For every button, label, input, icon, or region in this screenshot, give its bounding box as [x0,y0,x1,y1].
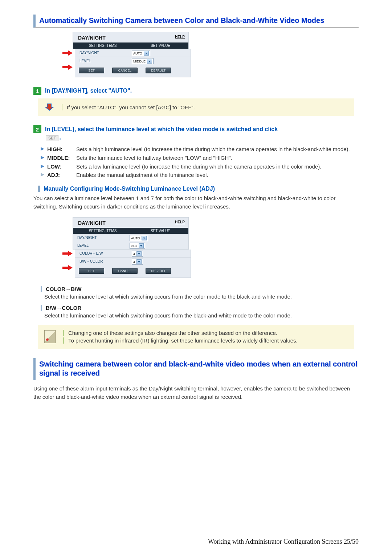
column-setting-items: SETTING ITEMS [73,228,132,234]
cancel-button[interactable]: CANCEL [112,268,138,274]
help-link[interactable]: HELP [175,35,185,41]
default-button[interactable]: DEFAULT [146,68,171,73]
column-set-value: SET VALUE [132,228,188,234]
svg-marker-5 [41,156,44,159]
step-2-text: In [LEVEL], select the luminance level a… [45,125,278,142]
setting-row-label: LEVEL [75,59,132,63]
arrow-icon [62,65,73,70]
document-page: Automatically Switching Camera between C… [0,0,392,555]
def-label: ADJ: [47,171,73,179]
section-title-external-switch: Switching camera between color and black… [33,358,359,380]
svg-marker-4 [41,147,44,151]
bullet-arrow-icon [41,156,44,159]
select-bw-color[interactable]: 4 [132,259,143,265]
setting-row-label: B/W→COLOR [75,259,132,263]
def-value: Sets the luminance level to halfway betw… [76,154,359,162]
bullet-arrow-icon [41,147,44,151]
setting-row-label: DAY/NIGHT [73,236,130,240]
column-set-value: SET VALUE [132,42,188,49]
info-arrow-icon [44,102,54,112]
subheading-adj: Manually Configuring Mode-Switching Lumi… [38,186,359,192]
level-definitions: HIGH: Sets a high luminance level (to in… [41,145,359,179]
svg-marker-7 [41,173,44,177]
page-footer: Working with Administrator Configuration… [208,538,359,546]
arrow-icon [62,50,73,56]
chevron-down-icon [142,236,147,240]
column-setting-items: SETTING ITEMS [73,42,132,49]
chevron-down-icon [139,243,144,248]
def-value: Sets a high luminance level (to increase… [76,145,359,153]
screenshot-daynight-2: DAY/NIGHT HELP SETTING ITEMS SET VALUE D… [60,217,359,278]
bw-color-text: Select the luminance level at which swit… [44,312,351,320]
section-title-auto-switching: Automatically Switching Camera between C… [33,15,359,28]
step-badge-1: 1 [33,87,41,95]
setting-row-label: COLOR→B/W [75,251,132,255]
panel-title: DAY/NIGHT [78,220,106,226]
select-daynight[interactable]: AUTO [132,50,150,56]
adj-description: You can select a luminance level between… [33,194,359,211]
def-label: LOW: [47,163,73,171]
note-box: Changing one of these settings also chan… [38,325,354,349]
note-text: Changing one of these settings also chan… [63,330,348,336]
chevron-down-icon [136,251,142,256]
select-daynight[interactable]: AUTO [130,235,148,241]
bullet-arrow-icon [41,173,44,177]
set-button-inline: SET [46,135,58,141]
setting-row-label: DAY/NIGHT [75,51,132,55]
setting-row-label: LEVEL [73,243,130,247]
pencil-note-icon [44,330,56,343]
select-level[interactable]: MIDDLE [132,58,154,64]
default-button[interactable]: DEFAULT [146,268,171,274]
svg-marker-0 [62,50,73,56]
subheading-bw-color: B/W→COLOR [41,305,359,311]
bullet-arrow-icon [41,165,44,168]
select-level[interactable]: ADJ [130,243,145,249]
set-button[interactable]: SET [79,268,104,274]
note-text: To prevent hunting in infrared (IR) ligh… [63,337,348,344]
def-label: MIDDLE: [47,154,73,162]
svg-marker-1 [62,65,73,70]
def-value: Sets a low luminance level (to increase … [76,163,359,171]
note-box: If you select "AUTO", you cannot set [AG… [38,98,354,116]
color-bw-text: Select the luminance level at which swit… [44,293,351,301]
arrow-icon [62,251,73,256]
select-color-bw[interactable]: 4 [132,251,143,257]
svg-marker-9 [62,265,73,270]
chevron-down-icon [147,59,152,64]
external-switch-body: Using one of these alarm input terminals… [33,385,359,401]
arrow-icon [62,265,73,270]
chevron-down-icon [136,259,142,264]
chevron-down-icon [144,51,149,56]
subheading-color-bw: COLOR→B/W [41,286,359,292]
svg-marker-6 [41,165,44,168]
def-value: Enables the manual adjustment of the lum… [76,171,359,179]
help-link[interactable]: HELP [175,220,185,226]
def-label: HIGH: [47,145,73,153]
set-button[interactable]: SET [79,68,104,73]
svg-marker-8 [62,251,73,256]
panel-title: DAY/NIGHT [78,35,106,41]
screenshot-daynight-1: DAY/NIGHT HELP SETTING ITEMS SET VALUE D… [60,32,359,77]
note-text: If you select "AUTO", you cannot set [AG… [62,104,348,110]
step-1-text: In [DAY/NIGHT], select "AUTO". [45,87,132,95]
cancel-button[interactable]: CANCEL [112,68,138,73]
step-badge-2: 2 [33,125,41,133]
